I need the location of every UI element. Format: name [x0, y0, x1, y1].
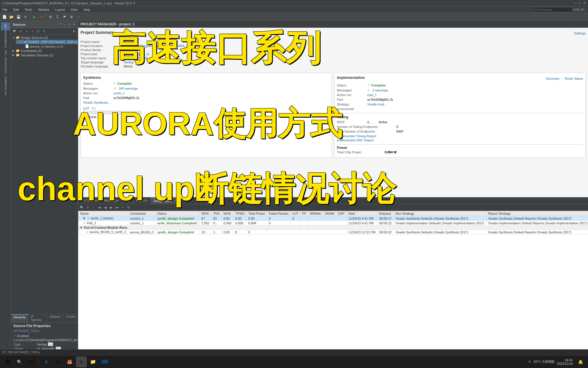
firefox-btn[interactable]: 🦊 [64, 357, 75, 367]
table-row[interactable]: ✓ aurora_8b10b_0_synth_1 aurora_8b10b_0 … [78, 230, 588, 235]
dr-up[interactable]: ↑ [91, 205, 96, 210]
tree-aurora-rx[interactable]: 📄 aurora_rx (aurora_rx.v) [20, 44, 78, 48]
src-settings[interactable]: ⚙ [71, 29, 77, 34]
aurora-dsp [336, 230, 346, 235]
sidebar-item-sign[interactable]: Sign [1, 48, 10, 57]
notification-btn[interactable]: 🔔 [575, 357, 586, 367]
impl-active-link[interactable]: impl_1 [367, 93, 377, 97]
tree-design-sources[interactable]: ▼ 📁 Design Sources (2) [11, 35, 78, 40]
summary-tab-link[interactable]: Summary [546, 77, 559, 80]
dr-add[interactable]: + [120, 205, 125, 210]
panel-help[interactable]: ? [58, 22, 62, 27]
sidebar-item-design2[interactable]: Design [1, 57, 10, 65]
menu-window[interactable]: Window [37, 8, 50, 11]
close-btn2[interactable]: ✕ [22, 14, 29, 20]
tree-sim-sources[interactable]: ▶ 📁 Simulation Sources (2) [11, 53, 78, 57]
tab-compile-order[interactable]: Compile [63, 314, 78, 322]
task-view-btn[interactable]: ❑ [26, 357, 36, 367]
impl-messages-link[interactable]: 2 warnings [372, 88, 388, 92]
timing-report-link[interactable]: Implemented Timing Report [337, 134, 376, 138]
menu-file[interactable]: File [1, 8, 9, 11]
dr-next[interactable]: ▶ [108, 205, 114, 210]
menu-view[interactable]: View [70, 8, 79, 11]
synth-messages-link[interactable]: 340 warnings [119, 87, 138, 90]
table-row[interactable]: ✓ impl_1 constrs_1 write_bitstream Compl… [78, 221, 588, 225]
tab-design-runs[interactable]: Design Runs ✕ [150, 198, 180, 204]
impl1-ff [300, 221, 308, 225]
stop-btn[interactable]: ■ [38, 14, 45, 20]
col-tns: TNS [211, 211, 221, 216]
search-taskbar-btn[interactable]: 🔍 [14, 357, 24, 367]
menu-tools[interactable]: Tools [24, 8, 34, 11]
tab-reports[interactable]: Reports [133, 198, 150, 204]
settings-link[interactable]: Settings [574, 32, 586, 35]
impl1-run-strategy: Vivado Implementation Defaults (Vivado I… [393, 221, 486, 225]
panel-minimize[interactable]: ─ [63, 22, 67, 27]
table-row[interactable]: ▼ ✓ synth_1 (active) constrs_1 synth_des… [78, 216, 588, 221]
timing-wns-label: WNS: [337, 120, 366, 124]
open-btn[interactable]: 📂 [8, 14, 15, 20]
vscode-btn[interactable]: ⌨ [99, 357, 110, 367]
run-btn[interactable]: ▶ [31, 14, 38, 20]
dr-percent[interactable]: % [126, 205, 131, 210]
src-copy[interactable]: ⎘ [36, 29, 41, 34]
edge-btn[interactable]: e [41, 357, 52, 367]
constraints-label: Constraints (1) [21, 49, 42, 53]
sidebar-item-netmanager[interactable]: Net Manager [1, 84, 10, 92]
src-search[interactable]: 🔍 [12, 29, 18, 34]
sidebar-item-templates[interactable]: Templates [1, 31, 10, 39]
start-btn[interactable]: ⊞ [2, 357, 13, 367]
tab-libraries[interactable]: Libraries [47, 314, 63, 322]
menu-layout[interactable]: Layout [54, 8, 66, 11]
sum-btn[interactable]: Σ [54, 14, 61, 20]
timing-total-row: Total Number of Endpoints: 8497 [337, 130, 583, 133]
save-btn[interactable]: 💾 [15, 14, 22, 20]
flag-btn[interactable]: ⚑ [61, 14, 68, 20]
tree-xc7k-top[interactable]: ▼ ⊞ XC7K420T_TOP (XC7K420T_TOP.v) (6) [16, 40, 78, 44]
maximize-btn[interactable]: □ [579, 1, 581, 5]
dr-tab-close[interactable]: ✕ [174, 199, 176, 203]
menu-help[interactable]: Help [82, 8, 91, 11]
new-btn[interactable]: 📄 [1, 14, 8, 20]
tab-tcl-console[interactable]: Tcl Console [78, 198, 101, 204]
tab-log[interactable]: Log [122, 198, 133, 204]
panel-close[interactable]: ✕ [72, 22, 76, 27]
close-btn[interactable]: ✕ [583, 1, 586, 5]
aurora-power: 0 [246, 230, 267, 235]
impl-strategy-link[interactable]: Vivado Impl... [367, 103, 386, 106]
marker-btn[interactable]: ⊕ [68, 14, 75, 20]
tab-ip-sources[interactable]: IP Sources [29, 314, 47, 322]
src-plus2[interactable]: + [30, 29, 35, 34]
dr-search[interactable]: 🔍 [79, 205, 85, 210]
vivado-btn[interactable]: V [76, 357, 87, 367]
total-ep-label: Total Number of Endpoints: [337, 130, 395, 133]
route-status-tab-link[interactable]: Route Status [564, 77, 583, 80]
minus-btn[interactable]: − [75, 14, 82, 20]
panel-float[interactable]: □ [67, 22, 71, 27]
folder-btn[interactable]: 📁 [88, 357, 98, 367]
write-btn[interactable]: write_bb... [573, 8, 587, 11]
sidebar-item-debug[interactable]: Debug [1, 66, 10, 74]
quick-access-input[interactable] [531, 7, 572, 12]
src-expand[interactable]: ≡ [18, 29, 23, 34]
synth-vivado-link[interactable]: Vivado Synthesis... [83, 101, 110, 104]
tab-messages[interactable]: Messages [101, 198, 122, 204]
dr-prev-prev[interactable]: ⏮ [97, 205, 102, 210]
tab-hierarchy[interactable]: Hierarchy [11, 314, 29, 322]
src-refresh[interactable]: ↻ [41, 29, 47, 34]
type-edit-btn[interactable]: ... [48, 342, 53, 346]
minimize-btn[interactable]: ─ [574, 1, 577, 5]
settings-btn[interactable]: ⚙ [47, 14, 54, 20]
sidebar-item-design[interactable]: Design [1, 40, 10, 48]
src-add[interactable]: + [24, 29, 29, 34]
drc-report-link[interactable]: Implemented DRC Report [337, 138, 374, 142]
left-sidebar: CR Templates Design Sign Design Debug ea… [0, 21, 11, 368]
dr-expand[interactable]: ≡ [85, 205, 90, 210]
tree-constraints[interactable]: ▶ 📁 Constraints (1) [11, 48, 78, 53]
ooc-label: Out-of-Context Module Runs [84, 226, 127, 229]
explorer-btn[interactable]: 🗂 [53, 357, 63, 367]
menu-edit[interactable]: Edit [12, 8, 20, 11]
dr-next-next[interactable]: ⏭ [114, 205, 120, 210]
dr-prev[interactable]: ◀ [103, 205, 108, 210]
synth-active-link[interactable]: synth_1 [113, 91, 125, 95]
